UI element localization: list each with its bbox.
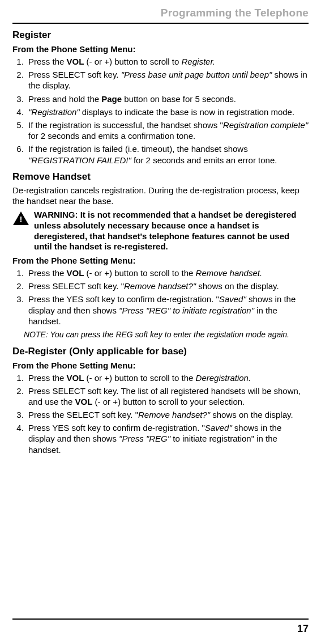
- list-item: Press SELECT soft key. "Remove handset?"…: [26, 281, 309, 291]
- footer-rule: [12, 618, 309, 620]
- deregister-steps: Press the VOL (- or +) button to scroll …: [12, 372, 309, 455]
- step-text: Press SELECT soft key. The list of all r…: [28, 386, 303, 406]
- list-item: "Registration" displays to indicate the …: [26, 107, 309, 117]
- remove-steps: Press the VOL (- or +) button to scroll …: [12, 268, 309, 327]
- top-rule: [12, 23, 309, 24]
- list-item: If the registration is failed (i.e. time…: [26, 143, 309, 165]
- remove-menu-label: From the Phone Setting Menu:: [12, 256, 309, 265]
- section-register-title: Register: [12, 29, 309, 41]
- deregister-menu-label: From the Phone Setting Menu:: [12, 361, 309, 370]
- step-text: Press SELECT soft key. "Remove handset?"…: [28, 281, 279, 291]
- step-text: Press the VOL (- or +) button to scroll …: [28, 268, 262, 278]
- step-text: "Registration" displays to indicate the …: [28, 107, 294, 117]
- list-item: Press the VOL (- or +) button to scroll …: [26, 372, 309, 383]
- list-item: Press and hold the Page button on base f…: [26, 94, 309, 104]
- warning-icon: !: [12, 211, 29, 228]
- section-deregister-title: De-Register (Only applicable for base): [12, 346, 309, 357]
- page: Programming the Telephone Register From …: [0, 0, 321, 644]
- list-item: Press the YES soft key to confirm de-reg…: [26, 294, 309, 327]
- header-title: Programming the Telephone: [12, 7, 309, 19]
- footer: 17: [12, 618, 309, 635]
- list-item: Press the VOL (- or +) button to scroll …: [26, 56, 309, 67]
- step-text: Press the VOL (- or +) button to scroll …: [28, 57, 215, 66]
- list-item: Press SELECT soft key. "Press base unit …: [26, 69, 309, 91]
- step-text: Press YES soft key to confirm de-registr…: [28, 423, 284, 454]
- warning-block: ! WARNING: It is not recommended that a …: [12, 210, 309, 252]
- step-text: Press SELECT soft key. "Press base unit …: [28, 70, 310, 90]
- remove-intro: De-registration cancels registration. Du…: [12, 185, 309, 206]
- list-item: Press the VOL (- or +) button to scroll …: [26, 268, 309, 278]
- step-text: If the registration is failed (i.e. time…: [28, 144, 277, 164]
- list-item: Press YES soft key to confirm de-registr…: [26, 422, 309, 455]
- warning-text: WARNING: It is not recommended that a ha…: [34, 210, 309, 252]
- step-text: Press the SELECT soft key. "Remove hands…: [28, 410, 293, 420]
- list-item: Press the SELECT soft key. "Remove hands…: [26, 409, 309, 420]
- list-item: If the registration is successful, the h…: [26, 120, 309, 141]
- register-steps: Press the VOL (- or +) button to scroll …: [12, 56, 309, 166]
- section-remove-title: Remove Handset: [12, 171, 309, 183]
- page-number: 17: [12, 623, 309, 635]
- step-text: Press and hold the Page button on base f…: [28, 94, 236, 104]
- step-text: Press the VOL (- or +) button to scroll …: [28, 373, 251, 383]
- step-text: Press the YES soft key to confirm de-reg…: [28, 294, 298, 325]
- list-item: Press SELECT soft key. The list of all r…: [26, 385, 309, 407]
- remove-note: NOTE: You can press the REG soft key to …: [24, 330, 309, 340]
- svg-text:!: !: [20, 215, 23, 224]
- register-menu-label: From the Phone Setting Menu:: [12, 44, 309, 54]
- step-text: If the registration is successful, the h…: [28, 120, 310, 141]
